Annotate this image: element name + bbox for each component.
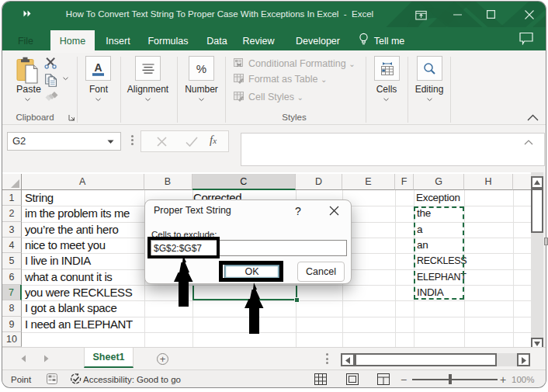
svg-text:A: A: [94, 61, 102, 74]
